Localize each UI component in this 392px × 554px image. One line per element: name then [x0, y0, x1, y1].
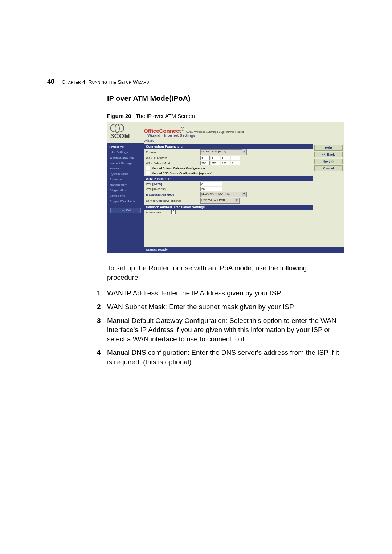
manual-gateway-checkbox[interactable] — [146, 166, 150, 170]
next-button[interactable]: Next >> — [314, 159, 343, 164]
step-3-text: Manual Default Gateway Configuration: Se… — [107, 317, 336, 343]
globe-icon — [110, 124, 124, 132]
step-3: 3Manual Default Gateway Configuration: S… — [107, 316, 343, 344]
wan-mask-octet-1[interactable] — [200, 161, 210, 165]
wizard-buttons: Help << Back Next >> Cancel — [314, 145, 343, 172]
wan-mask-octet-4[interactable] — [231, 161, 240, 165]
label-manual-dns: Manual DNS Server Configuration [optiona… — [152, 172, 212, 175]
vpi-input[interactable] — [200, 182, 222, 186]
label-encapsulation: Encapsulation Mode — [146, 193, 200, 196]
step-4-text: Manual DNS configuration: Enter the DNS … — [107, 349, 339, 366]
wan-mask-octet-3[interactable] — [221, 161, 230, 165]
sidebar-item-system-tools[interactable]: System Tools — [107, 171, 144, 177]
wan-mask-octet-2[interactable] — [211, 161, 220, 165]
label-wan-ip: WAN IP Address: — [146, 156, 200, 160]
section-connection-parameters: Connection Parameters — [144, 144, 313, 149]
step-1: 1WAN IP Address: Enter the IP Address gi… — [107, 288, 343, 298]
wan-ip-octet-3[interactable] — [221, 156, 230, 160]
chapter-header: Chapter 4: Running the Setup Wizard — [62, 79, 149, 85]
figure-label: Figure 20 — [107, 113, 131, 119]
router-header: 3COM OfficeConnect® ADSL Wireless 108Mbp… — [107, 122, 344, 143]
router-screenshot: 3COM OfficeConnect® ADSL Wireless 108Mbp… — [107, 122, 344, 253]
enable-nat-checkbox[interactable] — [171, 210, 176, 214]
service-category-select[interactable]: UBR Without PCR — [200, 198, 240, 204]
protocol-select[interactable]: IP over ATM (IPoA) — [200, 149, 247, 155]
sidebar-item-wireless-settings[interactable]: Wireless Settings — [107, 155, 144, 160]
sidebar-item-support[interactable]: Support/Feedback — [107, 198, 144, 204]
figure-caption: Figure 20 The IP over ATM Screen — [107, 113, 348, 119]
figure-caption-text: The IP over ATM Screen — [136, 113, 195, 119]
label-vci: VCI: [32-65535] — [146, 188, 200, 191]
step-1-text: WAN IP Address: Enter the IP Address giv… — [107, 289, 282, 297]
sidebar-item-lan-settings[interactable]: LAN Settings — [107, 149, 144, 155]
intro-paragraph: To set up the Router for use with an IPo… — [107, 263, 339, 282]
manual-dns-checkbox[interactable] — [146, 171, 150, 175]
page-number: 40 — [47, 78, 54, 86]
cancel-button[interactable]: Cancel — [314, 165, 343, 171]
step-4: 4Manual DNS configuration: Enter the DNS… — [107, 348, 343, 366]
wizard-subtitle: Wizard - Internet Settings — [147, 133, 196, 138]
wan-ip-octet-2[interactable] — [211, 156, 220, 160]
sidebar-item-welcome[interactable]: Welcome — [107, 144, 144, 149]
back-button[interactable]: << Back — [314, 152, 343, 157]
label-enable-nat: Enable NAT — [146, 211, 171, 214]
page-content: IP over ATM Mode(IPoA) Figure 20 The IP … — [107, 94, 348, 367]
product-title: OfficeConnect® ADSL Wireless 108Mbps 11g… — [144, 127, 244, 134]
label-manual-gateway: Manual Default Gateway Configuration — [152, 167, 205, 170]
sidebar-item-firewall[interactable]: Firewall — [107, 166, 144, 171]
label-wan-mask: WAN Subnet Mask: — [146, 161, 200, 165]
step-2-text: WAN Subnet Mask: Enter the subnet mask g… — [107, 303, 295, 311]
sidebar-item-management[interactable]: Management — [107, 182, 144, 188]
wan-ip-octet-1[interactable] — [200, 156, 210, 160]
section-nat-settings: Network Address Translation Settings — [144, 205, 313, 210]
sidebar-item-advanced[interactable]: Advanced — [107, 177, 144, 182]
sidebar: Welcome LAN Settings Wireless Settings I… — [107, 143, 144, 253]
vci-input[interactable] — [200, 187, 222, 191]
vendor-logo: 3COM — [110, 124, 132, 141]
sidebar-item-internet-settings[interactable]: Internet Settings — [107, 160, 144, 166]
help-button[interactable]: Help — [314, 145, 343, 151]
procedure-list: 1WAN IP Address: Enter the IP Address gi… — [107, 288, 343, 366]
log-out-button[interactable]: Log Out — [110, 208, 141, 213]
section-atm-parameters: ATM Parameters — [144, 176, 313, 181]
label-protocol: Protocol — [146, 151, 200, 154]
brand-text: 3COM — [110, 132, 132, 140]
breadcrumb: Wizard — [144, 139, 154, 143]
section-heading: IP over ATM Mode(IPoA) — [107, 94, 348, 103]
wan-ip-octet-4[interactable] — [231, 156, 240, 160]
document-page: 40 Chapter 4: Running the Setup Wizard I… — [0, 0, 392, 554]
label-vpi: VPI: [0-255] — [146, 182, 200, 186]
encapsulation-select[interactable]: LLC/SNAP-ROUTING — [200, 192, 247, 197]
sidebar-item-diagnostics[interactable]: Diagnostics — [107, 188, 144, 193]
label-service-category: Service Category: [optional] — [146, 199, 200, 202]
sidebar-item-device-info[interactable]: Device Info — [107, 193, 144, 198]
status-bar: Status: Ready — [144, 247, 344, 253]
router-main: Connection Parameters Protocol IP over A… — [144, 143, 313, 246]
step-2: 2WAN Subnet Mask: Enter the subnet mask … — [107, 302, 343, 312]
